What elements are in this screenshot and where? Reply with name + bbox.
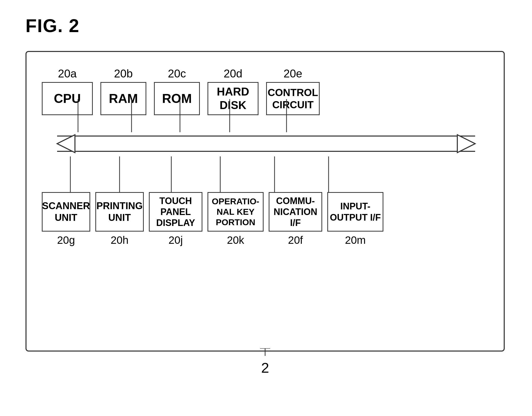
rom-label-top: 20c [168, 67, 186, 80]
bracket-svg [257, 348, 273, 358]
printing-box: PRINTINGUNIT [95, 192, 144, 232]
control-circuit-label-top: 20e [283, 67, 302, 80]
touchpanel-box: TOUCHPANELDISPLAY [149, 192, 202, 232]
bottom-row: SCANNERUNIT 20g PRINTINGUNIT 20h TOUCHPA… [42, 192, 383, 246]
svg-marker-2 [57, 135, 75, 153]
bus-arrow [37, 131, 496, 156]
printing-wrapper: PRINTINGUNIT 20h [95, 192, 144, 246]
device-label: 2 [261, 359, 269, 376]
svg-marker-3 [457, 135, 475, 153]
touchpanel-wrapper: TOUCHPANELDISPLAY 20j [149, 192, 202, 246]
cpu-label-top: 20a [58, 67, 76, 80]
comm-label-bottom: 20f [288, 234, 303, 246]
scanner-wrapper: SCANNERUNIT 20g [42, 192, 90, 246]
top-connectors [37, 99, 496, 132]
figure-label: FIG. 2 [25, 15, 80, 36]
bottom-connectors [37, 156, 496, 192]
opkey-label-bottom: 20k [227, 234, 244, 246]
opkey-box: OPERATIO-NAL KEYPORTION [207, 192, 264, 232]
printing-label-bottom: 20h [111, 234, 128, 246]
main-container: 20a CPU 20b RAM 20c ROM 20d HARDDISK 20e… [25, 51, 505, 352]
comm-wrapper: COMMU-NICATIONI/F 20f [269, 192, 322, 246]
scanner-label-bottom: 20g [57, 234, 75, 246]
comm-box: COMMU-NICATIONI/F [269, 192, 322, 232]
ram-label-top: 20b [114, 67, 133, 80]
device-label-wrapper: 2 [257, 348, 273, 376]
scanner-box: SCANNERUNIT [42, 192, 90, 232]
inputoutput-box: INPUT-OUTPUT I/F [327, 192, 383, 232]
opkey-wrapper: OPERATIO-NAL KEYPORTION 20k [207, 192, 264, 246]
inputoutput-label-bottom: 20m [345, 234, 366, 246]
touchpanel-label-bottom: 20j [168, 234, 183, 246]
harddisk-label-top: 20d [224, 67, 242, 80]
inputoutput-wrapper: INPUT-OUTPUT I/F 20m [327, 192, 383, 246]
